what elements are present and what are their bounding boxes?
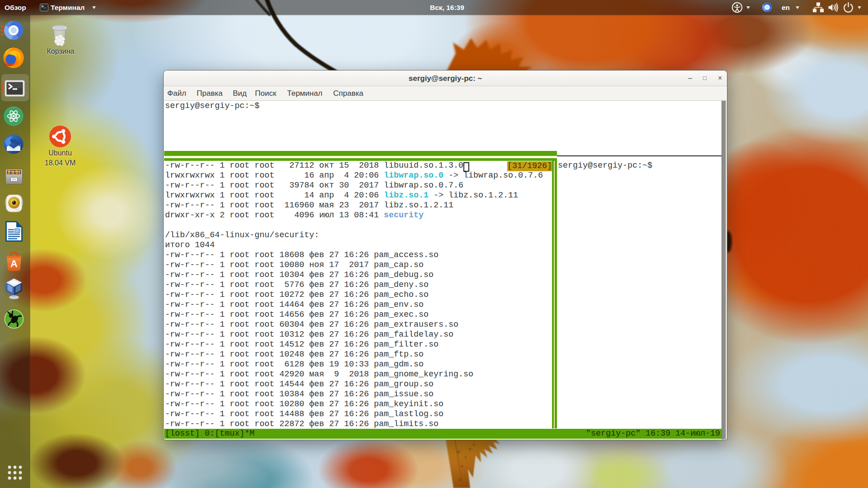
svg-text:A: A	[10, 258, 18, 269]
